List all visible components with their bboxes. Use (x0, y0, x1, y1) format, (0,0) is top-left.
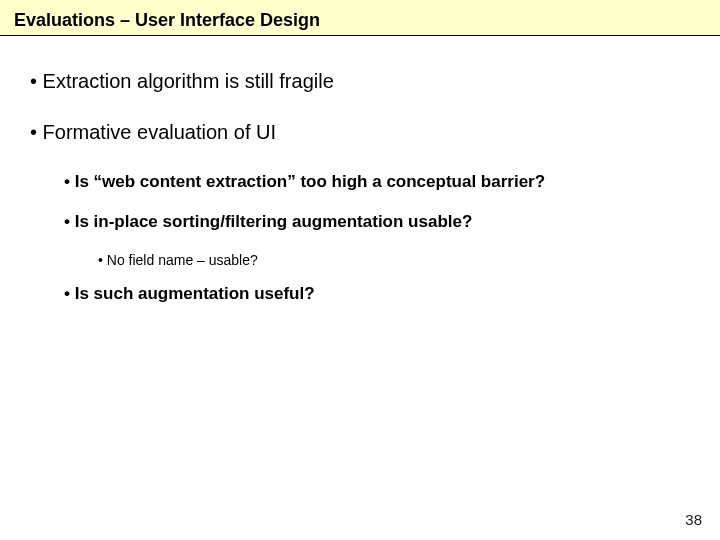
bullet-level3: No field name – usable? (98, 252, 720, 268)
slide-title: Evaluations – User Interface Design (0, 0, 720, 36)
bullet-level2: Is “web content extraction” too high a c… (64, 172, 720, 192)
bullet-level1: Formative evaluation of UI (30, 121, 720, 144)
bullet-level2: Is such augmentation useful? (64, 284, 720, 304)
bullet-level2: Is in-place sorting/filtering augmentati… (64, 212, 720, 232)
page-number: 38 (685, 511, 702, 528)
slide-body: Extraction algorithm is still fragile Fo… (0, 36, 720, 304)
bullet-level1: Extraction algorithm is still fragile (30, 70, 720, 93)
